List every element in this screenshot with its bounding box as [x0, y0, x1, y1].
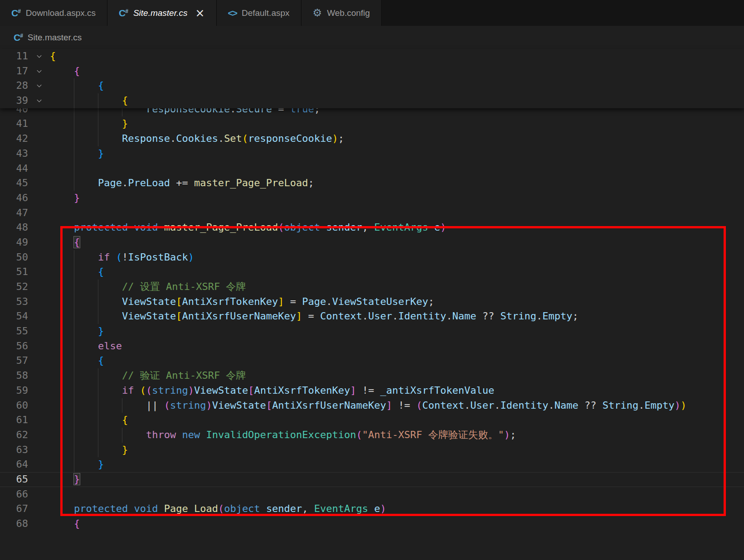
code-line[interactable]: 50if (!IsPostBack): [0, 250, 744, 265]
code-line-text: [50, 487, 744, 502]
code-token: new: [182, 429, 200, 440]
code-line[interactable]: 56else: [0, 339, 744, 354]
fold-gutter: [28, 161, 50, 176]
breadcrumb-item-file[interactable]: Site.master.cs: [28, 33, 82, 43]
indent-guide: [74, 413, 74, 428]
code-line[interactable]: 66: [0, 487, 744, 502]
sticky-scroll-line[interactable]: 11{: [0, 49, 744, 64]
line-number: 56: [0, 339, 28, 354]
code-line[interactable]: 52// 设置 Anti-XSRF 令牌: [0, 280, 744, 294]
indent-guide: [74, 368, 74, 383]
code-line-text: ViewState[AntiXsrfUserNameKey] = Context…: [50, 309, 744, 324]
fold-gutter: [28, 280, 50, 294]
line-number: 41: [0, 116, 28, 131]
line-number: 45: [0, 176, 28, 191]
code-token: AntiXsrfUserNameKey: [272, 400, 386, 411]
code-line-text: }: [50, 146, 744, 161]
fold-gutter: [28, 206, 50, 221]
code-line[interactable]: 57{: [0, 353, 744, 368]
code-line[interactable]: 55}: [0, 324, 744, 339]
indent-guide: [74, 176, 74, 191]
code-line-text: ViewState[AntiXsrfTokenKey] = Page.ViewS…: [50, 294, 744, 309]
indent-guide: [74, 131, 74, 146]
code-line[interactable]: 47: [0, 206, 744, 221]
tab-label: Web.config: [327, 8, 370, 18]
indent-guide: [98, 398, 98, 413]
code-editor[interactable]: 11{17{28{39{ 40responseCookie.Secure = t…: [0, 49, 744, 538]
code-line[interactable]: 63}: [0, 443, 744, 458]
code-token: AntiXsrfTokenKey: [254, 385, 350, 396]
sticky-scroll-line[interactable]: 39{: [0, 93, 744, 108]
code-token: else: [98, 340, 122, 352]
code-token: .: [362, 310, 368, 322]
code-line[interactable]: 44: [0, 161, 744, 176]
code-line[interactable]: 53ViewState[AntiXsrfTokenKey] = Page.Vie…: [0, 294, 744, 309]
code-token: sender: [326, 222, 362, 233]
code-line[interactable]: 62throw new InvalidOperationException("A…: [0, 428, 744, 443]
fold-gutter: [28, 176, 50, 191]
code-line[interactable]: 43}: [0, 146, 744, 161]
fold-chevron-icon[interactable]: [28, 64, 50, 79]
indent-guide: [74, 443, 74, 458]
code-token: User: [368, 310, 392, 322]
line-number: 53: [0, 294, 28, 309]
tab-download-aspx-cs[interactable]: C# Download.aspx.cs: [0, 0, 107, 26]
code-token: AntiXsrfTokenKey: [182, 296, 278, 307]
code-token: {: [50, 50, 56, 62]
tab-site-master-cs[interactable]: C# Site.master.cs ×: [107, 0, 216, 26]
code-token: object: [224, 503, 260, 514]
code-token: [158, 222, 164, 233]
code-line[interactable]: 68{: [0, 517, 744, 531]
line-number: 11: [0, 49, 28, 64]
code-token: object: [284, 222, 320, 233]
code-line[interactable]: 48protected void master_Page_PreLoad(obj…: [0, 220, 744, 235]
code-line[interactable]: 59if ((string)ViewState[AntiXsrfTokenKey…: [0, 383, 744, 398]
indent-guide: [98, 309, 98, 324]
code-token: if: [98, 251, 110, 263]
code-line[interactable]: 60|| (string)ViewState[AntiXsrfUserNameK…: [0, 398, 744, 413]
code-line[interactable]: 41}: [0, 116, 744, 131]
code-line[interactable]: 42Response.Cookies.Set(responseCookie);: [0, 131, 744, 146]
code-token: }: [122, 118, 128, 129]
code-line[interactable]: 54ViewState[AntiXsrfUserNameKey] = Conte…: [0, 309, 744, 324]
fold-chevron-icon[interactable]: [28, 78, 50, 93]
sticky-scroll-line[interactable]: 17{: [0, 64, 744, 79]
code-token: Page: [302, 296, 326, 307]
code-line[interactable]: 49{: [0, 235, 744, 250]
fold-gutter: [28, 502, 50, 517]
line-number: 64: [0, 457, 28, 472]
code-token: User: [470, 400, 494, 411]
code-line[interactable]: 65}: [0, 472, 744, 487]
indent-guide: [98, 428, 98, 443]
code-token: .: [638, 400, 644, 411]
fold-gutter: [28, 191, 50, 206]
code-token: Context: [320, 310, 362, 322]
line-number: 51: [0, 265, 28, 280]
code-line[interactable]: 67protected void Page_Load(object sender…: [0, 502, 744, 517]
code-line[interactable]: 45Page.PreLoad += master_Page_PreLoad;: [0, 176, 744, 191]
tab-default-aspx[interactable]: <> Default.aspx: [217, 0, 301, 26]
code-token: ,: [302, 503, 314, 514]
code-line[interactable]: 58// 验证 Anti-XSRF 令牌: [0, 368, 744, 383]
code-line[interactable]: 51{: [0, 265, 744, 280]
code-token: [128, 222, 134, 233]
tab-web-config[interactable]: ⚙ Web.config: [301, 0, 382, 26]
code-line[interactable]: 64}: [0, 457, 744, 472]
code-token: {: [122, 414, 128, 425]
code-line-text: }: [50, 191, 744, 206]
sticky-scroll-line[interactable]: 28{: [0, 78, 744, 93]
code-token: (: [146, 385, 152, 396]
code-line[interactable]: 46}: [0, 191, 744, 206]
fold-chevron-icon[interactable]: [28, 49, 50, 64]
code-token: .: [446, 310, 452, 322]
code-line[interactable]: 61{: [0, 413, 744, 428]
line-number: 50: [0, 250, 28, 265]
code-token: =: [302, 310, 320, 322]
code-token: [: [248, 385, 254, 396]
code-token: AntiXsrfUserNameKey: [182, 310, 296, 322]
code-token: master_Page_PreLoad: [164, 222, 278, 233]
fold-chevron-icon[interactable]: [28, 93, 50, 108]
code-token: if: [122, 385, 134, 396]
close-icon[interactable]: ×: [195, 7, 205, 19]
fold-gutter: [28, 443, 50, 458]
